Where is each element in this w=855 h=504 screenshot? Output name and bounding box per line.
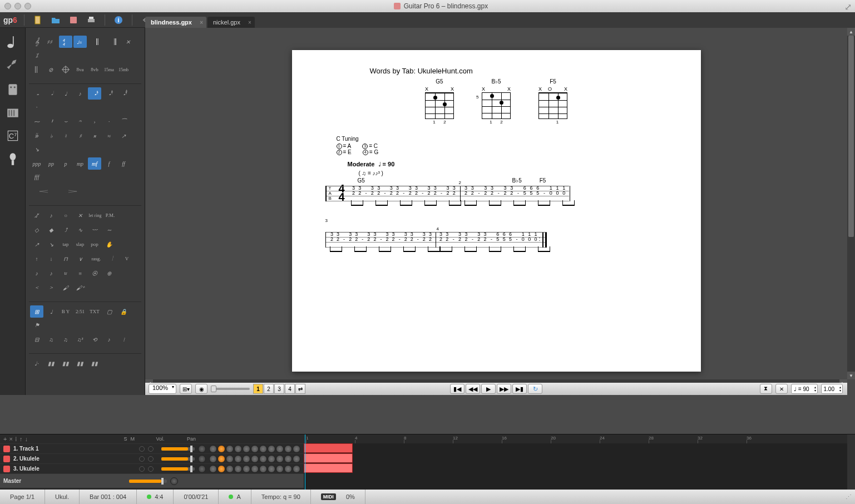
eq-knob[interactable] bbox=[259, 445, 267, 453]
eq-knob[interactable] bbox=[234, 445, 242, 453]
dyn-mp-button[interactable]: mp bbox=[73, 157, 87, 170]
open-file-button[interactable] bbox=[49, 14, 62, 26]
vertical-scrollbar[interactable]: ▲ ▼ bbox=[847, 28, 855, 379]
automation4-button[interactable]: ▮▮ bbox=[73, 357, 87, 369]
mute-toggle[interactable] bbox=[148, 466, 154, 472]
lyrics-panel-icon[interactable] bbox=[2, 148, 23, 170]
dyn-p-button[interactable]: p bbox=[59, 157, 72, 170]
accent-button[interactable]: › bbox=[88, 115, 101, 127]
scroll-up-icon[interactable]: ▲ bbox=[847, 28, 855, 36]
instrument-panel-icon[interactable] bbox=[2, 55, 23, 77]
eq-knob[interactable] bbox=[226, 455, 234, 463]
grace-before-button[interactable]: ♪̸ bbox=[30, 209, 43, 221]
mute-toggle[interactable] bbox=[148, 456, 154, 462]
repeat-fine-button[interactable]: ✕ bbox=[121, 36, 135, 48]
info-button[interactable]: i bbox=[112, 14, 125, 26]
enharmonic-button[interactable]: ≈ bbox=[102, 130, 116, 142]
whole-note-button[interactable]: 𝅝 bbox=[30, 87, 43, 100]
volume-slider[interactable] bbox=[161, 447, 195, 451]
dotted-button[interactable]: · bbox=[30, 101, 43, 113]
trill-button[interactable]: tr bbox=[59, 267, 72, 279]
scroll-down-icon[interactable]: ▼ bbox=[847, 372, 855, 379]
eq-knob[interactable] bbox=[243, 465, 250, 473]
double-bar-button[interactable] bbox=[30, 63, 43, 76]
automation1-button[interactable]: ♩· bbox=[30, 357, 43, 369]
15ma-button[interactable]: 15ma bbox=[102, 63, 116, 76]
zoom-window-icon[interactable] bbox=[24, 3, 31, 9]
solo-toggle[interactable] bbox=[139, 456, 145, 462]
natural-button[interactable]: ♮ bbox=[59, 130, 72, 142]
vibrato-v-button[interactable]: V bbox=[120, 253, 134, 265]
voice-4-button[interactable]: 4 bbox=[285, 384, 295, 394]
dyn-mf-button[interactable]: mf bbox=[88, 157, 101, 170]
let-ring-button[interactable]: let ring bbox=[88, 209, 102, 221]
shift-down-button[interactable]: ↘ bbox=[30, 143, 43, 155]
track1-clip[interactable] bbox=[304, 443, 353, 453]
eq-knob[interactable] bbox=[243, 445, 250, 453]
track-timeline[interactable]: 14812162024283236 bbox=[304, 434, 855, 490]
sixtyfourth-note-button[interactable]: 𝅘𝅥𝅱 bbox=[117, 87, 130, 100]
eq-knob[interactable] bbox=[226, 465, 234, 473]
fullscreen-icon[interactable]: ⤢ bbox=[844, 2, 852, 12]
eq-knob[interactable] bbox=[226, 445, 234, 453]
grace-on-button[interactable]: ♪ bbox=[45, 209, 58, 221]
score-page[interactable]: Words by Tab: UkuleleHunt.com G5 XX 12 B… bbox=[292, 50, 701, 372]
loop-button[interactable]: ↻ bbox=[528, 384, 542, 394]
ghost-button[interactable]: ○ bbox=[59, 209, 72, 221]
mute-toggle[interactable] bbox=[148, 446, 154, 452]
go-end-button[interactable]: ▶▮ bbox=[512, 384, 527, 394]
palm-mute-button[interactable]: P.M. bbox=[103, 209, 117, 221]
pick-down-button[interactable]: ∨ bbox=[73, 253, 87, 265]
wah-close-button[interactable]: ⊕ bbox=[102, 267, 116, 279]
rasgueado-button[interactable]: rasg. bbox=[88, 253, 105, 265]
crescendo-button[interactable] bbox=[30, 185, 58, 197]
stroke-up-button[interactable]: ↑ bbox=[30, 253, 43, 265]
speed-spinner[interactable]: 1.00 bbox=[821, 384, 843, 394]
eq-knob[interactable] bbox=[218, 465, 225, 473]
lock-button[interactable]: 🔒 bbox=[117, 305, 130, 318]
fit-width-button[interactable]: ◉ bbox=[195, 384, 207, 394]
15mb-button[interactable]: 15mb bbox=[117, 63, 130, 76]
left-hand-button[interactable]: ✋ bbox=[102, 238, 116, 250]
forward-button[interactable]: ▶▶ bbox=[497, 384, 511, 394]
chord-panel-icon[interactable]: C⁷ bbox=[2, 125, 23, 147]
zoom-selector[interactable]: 100% bbox=[149, 384, 176, 394]
double-flat-button[interactable]: 𝄫 bbox=[30, 130, 43, 142]
8va-button[interactable]: 8va bbox=[73, 63, 87, 76]
close-tab-icon[interactable]: × bbox=[248, 19, 251, 26]
timeline-scroll[interactable] bbox=[847, 434, 855, 490]
save-file-button[interactable] bbox=[67, 14, 80, 26]
track-row[interactable]: 1. Track 1 bbox=[0, 443, 304, 453]
go-start-button[interactable]: ▮◀ bbox=[450, 384, 464, 394]
eq-knob[interactable] bbox=[284, 455, 292, 463]
eq-knob[interactable] bbox=[259, 465, 267, 473]
eq-knob[interactable] bbox=[284, 445, 292, 453]
remove-track-icon[interactable]: × bbox=[9, 436, 12, 443]
track-props-icon[interactable]: ⁞ bbox=[15, 436, 17, 443]
eq-knob[interactable] bbox=[218, 455, 225, 463]
eq-knob[interactable] bbox=[293, 455, 300, 463]
coda-button[interactable] bbox=[59, 63, 72, 76]
track2-clip[interactable] bbox=[304, 453, 353, 463]
repeat-open-button[interactable] bbox=[92, 36, 106, 48]
eq-knob[interactable] bbox=[284, 465, 292, 473]
wah-open-button[interactable]: ⦿ bbox=[88, 267, 101, 279]
add-track-icon[interactable]: + bbox=[3, 436, 7, 443]
eq-knob[interactable] bbox=[234, 455, 242, 463]
eq-knob[interactable] bbox=[276, 465, 284, 473]
repeat-segno-button[interactable]: ⁒ bbox=[30, 49, 43, 61]
track-row[interactable]: 2. Ukulele bbox=[0, 453, 304, 463]
fermata-button[interactable]: 𝄐 bbox=[73, 115, 87, 127]
eq-knob[interactable] bbox=[276, 445, 284, 453]
resize-grip-icon[interactable]: ⋰ bbox=[842, 493, 855, 501]
slash-button[interactable]: ♩ bbox=[45, 305, 58, 318]
brush-down-button[interactable]: 🖌⁺ bbox=[73, 281, 87, 294]
effects-panel-icon[interactable] bbox=[2, 78, 23, 100]
note-panel-icon[interactable] bbox=[2, 31, 23, 53]
flat-button[interactable]: ♭ bbox=[45, 130, 58, 142]
tempo-marker-button[interactable]: ♩= bbox=[73, 36, 87, 48]
dyn-f-button[interactable]: f bbox=[102, 157, 116, 170]
sixteenth-note-button[interactable]: 𝅘𝅥𝅯 bbox=[88, 87, 101, 100]
voice-2-button[interactable]: 2 bbox=[264, 384, 274, 394]
eq-knob[interactable] bbox=[209, 465, 217, 473]
